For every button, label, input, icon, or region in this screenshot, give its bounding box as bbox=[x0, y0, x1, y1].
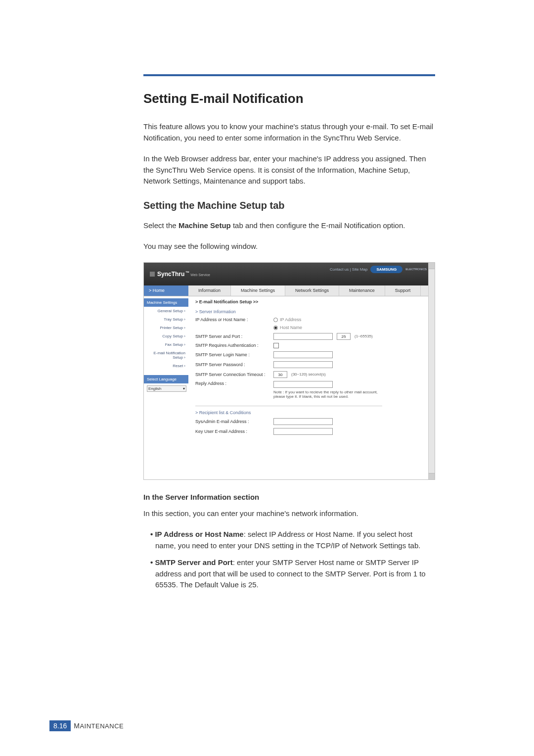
footer: 8.16 MAINTENANCE bbox=[49, 720, 124, 731]
samsung-sub: ELECTRONICS bbox=[405, 268, 427, 271]
label-smtp-login: SMTP Server Login Name : bbox=[195, 352, 269, 357]
language-select[interactable]: English ▾ bbox=[147, 385, 186, 392]
page-title: Setting E-mail Notification bbox=[143, 91, 435, 106]
text-span: tab and then configure the E-mail Notifi… bbox=[231, 221, 405, 230]
section-paragraph-2: You may see the following window. bbox=[143, 241, 435, 252]
sub-title: In the Server Information section bbox=[143, 493, 435, 501]
sidebar-item-copy[interactable]: Copy Setup › bbox=[144, 332, 188, 340]
opt-host-text: Host Name bbox=[280, 325, 302, 330]
bullet-list: IP Address or Host Name: select IP Addre… bbox=[143, 529, 435, 591]
sidebar-item-reset[interactable]: Reset › bbox=[144, 362, 188, 370]
label-keyuser-email: Key User E-mail Address : bbox=[195, 429, 269, 434]
bullet-bold: IP Address or Host Name bbox=[155, 530, 243, 538]
shot-top-right: Contact us | Site Map SAMSUNG ELECTRONIC… bbox=[330, 266, 427, 273]
radio-ip-address[interactable] bbox=[273, 318, 278, 322]
sidebar-item-general[interactable]: General Setup › bbox=[144, 307, 188, 315]
shot-main: > E-mail Notification Setup >> > Server … bbox=[188, 296, 435, 479]
samsung-logo: SAMSUNG bbox=[370, 266, 402, 273]
radio-host-name[interactable] bbox=[273, 326, 278, 330]
top-links[interactable]: Contact us | Site Map bbox=[330, 267, 367, 272]
opt-ip-text: IP Address bbox=[280, 317, 301, 322]
row-smtp-password: SMTP Server Password : bbox=[195, 361, 429, 368]
language-value: English bbox=[148, 386, 161, 391]
tab-home[interactable]: > Home bbox=[144, 285, 188, 296]
input-smtp-server[interactable] bbox=[273, 333, 333, 340]
input-smtp-timeout[interactable]: 30 bbox=[273, 371, 287, 378]
bullet-smtp-server: SMTP Server and Port: enter your SMTP Se… bbox=[143, 557, 435, 591]
page-number-badge: 8.16 bbox=[49, 720, 71, 731]
label-sysadmin-email: SysAdmin E-mail Address : bbox=[195, 419, 269, 424]
text-bold: Machine Setup bbox=[178, 221, 231, 230]
note-reply: Note : If you want to recieve the reply … bbox=[273, 388, 387, 399]
section-paragraph-1: Select the Machine Setup tab and then co… bbox=[143, 220, 435, 232]
label-smtp-password: SMTP Server Password : bbox=[195, 362, 269, 367]
sidebar-item-tray[interactable]: Tray Setup › bbox=[144, 315, 188, 324]
row-smtp-timeout: SMTP Server Connection Timeout : 30 (30~… bbox=[195, 371, 429, 378]
footer-rest: AINTENANCE bbox=[80, 722, 124, 730]
sidebar-heading: Machine Settings bbox=[144, 298, 188, 307]
tab-network-settings[interactable]: Network Settings bbox=[285, 285, 339, 296]
row-host-option: Host Name bbox=[195, 325, 429, 330]
chevron-down-icon: ▾ bbox=[183, 386, 185, 391]
row-smtp-login: SMTP Server Login Name : bbox=[195, 351, 429, 358]
row-keyuser-email: Key User E-mail Address : bbox=[195, 428, 429, 435]
sub-paragraph: In this section, you can enter your mach… bbox=[143, 508, 435, 520]
text-span: Select the bbox=[143, 221, 178, 230]
tab-maintenance[interactable]: Maintenance bbox=[339, 285, 385, 296]
top-rule bbox=[143, 74, 435, 76]
label-ip-or-host: IP Address or Host Name : bbox=[195, 317, 269, 322]
syncthru-logo: SyncThru™ Web Service bbox=[150, 271, 210, 278]
input-reply-address[interactable] bbox=[273, 381, 333, 388]
row-sysadmin-email: SysAdmin E-mail Address : bbox=[195, 418, 429, 425]
row-ip-or-host: IP Address or Host Name : IP Address bbox=[195, 317, 429, 322]
row-smtp-server: SMTP Server and Port : 25 (1~65535) bbox=[195, 333, 429, 340]
tab-information[interactable]: Information bbox=[188, 285, 231, 296]
checkbox-smtp-auth[interactable] bbox=[273, 343, 279, 348]
sidebar-item-fax[interactable]: Fax Setup › bbox=[144, 340, 188, 349]
logo-text: SyncThru bbox=[157, 271, 184, 278]
label-smtp-timeout: SMTP Server Connection Timeout : bbox=[195, 372, 269, 377]
shot-header: SyncThru™ Web Service Contact us | Site … bbox=[144, 263, 435, 285]
group-server-info: > Server Information bbox=[195, 309, 429, 314]
shot-body: Machine Settings General Setup › Tray Se… bbox=[144, 296, 435, 479]
divider bbox=[195, 406, 382, 406]
input-sysadmin-email[interactable] bbox=[273, 418, 333, 425]
shot-sidebar: Machine Settings General Setup › Tray Se… bbox=[144, 296, 188, 479]
label-smtp-auth: SMTP Requires Authentication : bbox=[195, 343, 269, 348]
range-port: (1~65535) bbox=[355, 334, 373, 338]
logo-tm: ™ bbox=[185, 271, 189, 275]
shot-tabs: > Home Information Machine Settings Netw… bbox=[144, 285, 435, 296]
tab-machine-settings[interactable]: Machine Settings bbox=[231, 285, 285, 296]
section-title: Setting the Machine Setup tab bbox=[143, 200, 435, 211]
label-reply-address: Reply Address : bbox=[195, 381, 269, 386]
intro-paragraph-1: This feature allows you to know your mac… bbox=[143, 121, 435, 143]
tab-support[interactable]: Support bbox=[385, 285, 421, 296]
sidebar-item-email-notification[interactable]: E-mail Notification Setup › bbox=[144, 349, 188, 362]
input-smtp-port[interactable]: 25 bbox=[337, 333, 351, 340]
row-reply-address: Reply Address : Note : If you want to re… bbox=[195, 381, 429, 399]
input-smtp-login[interactable] bbox=[273, 351, 333, 358]
footer-label: MAINTENANCE bbox=[74, 722, 124, 730]
scrollbar-vertical[interactable] bbox=[428, 263, 435, 479]
label-smtp-server: SMTP Server and Port : bbox=[195, 334, 269, 339]
row-smtp-auth: SMTP Requires Authentication : bbox=[195, 343, 429, 348]
logo-square-icon bbox=[150, 272, 155, 277]
bullet-ip-address: IP Address or Host Name: select IP Addre… bbox=[143, 529, 435, 551]
input-keyuser-email[interactable] bbox=[273, 428, 333, 435]
group-recipient: > Recipient list & Conditions bbox=[195, 410, 429, 415]
intro-paragraph-2: In the Web Browser address bar, enter yo… bbox=[143, 153, 435, 187]
sidebar-item-printer[interactable]: Printer Setup › bbox=[144, 324, 188, 332]
syncthru-screenshot: SyncThru™ Web Service Contact us | Site … bbox=[143, 262, 435, 480]
input-smtp-password[interactable] bbox=[273, 361, 333, 368]
logo-sub: Web Service bbox=[190, 273, 210, 277]
sidebar-language-heading: Select Language bbox=[144, 375, 188, 383]
range-timeout: (30~120) second(s) bbox=[291, 372, 326, 377]
main-breadcrumb: > E-mail Notification Setup >> bbox=[195, 299, 429, 304]
bullet-bold: SMTP Server and Port bbox=[155, 558, 232, 567]
footer-cap: M bbox=[74, 722, 80, 730]
